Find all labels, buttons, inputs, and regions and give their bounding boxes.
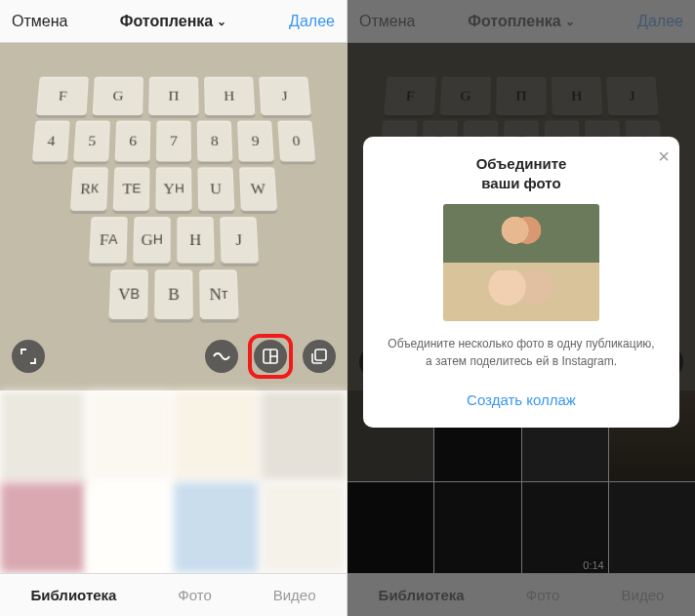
album-picker[interactable]: Фотопленка ⌄ — [120, 13, 227, 30]
thumb[interactable] — [0, 390, 86, 481]
tab-library[interactable]: Библиотека — [30, 587, 116, 603]
chevron-down-icon: ⌄ — [217, 15, 226, 28]
next-button[interactable]: Далее — [266, 13, 335, 30]
tab-photo[interactable]: Фото — [178, 587, 211, 603]
thumb[interactable] — [87, 390, 173, 481]
thumb[interactable] — [261, 482, 347, 573]
thumb[interactable] — [0, 482, 86, 573]
layout-button-highlight — [248, 334, 293, 379]
tab-video[interactable]: Видео — [273, 587, 316, 603]
dialog-illustration — [443, 204, 599, 321]
cancel-button[interactable]: Отмена — [12, 13, 80, 30]
dialog-title-line2: ваши фото — [481, 175, 560, 191]
gallery-grid[interactable] — [0, 390, 347, 573]
preview-controls — [12, 334, 336, 379]
thumb[interactable] — [87, 482, 173, 573]
thumb[interactable] — [174, 482, 260, 573]
create-collage-button[interactable]: Создать коллаж — [381, 386, 662, 414]
album-title: Фотопленка — [120, 13, 214, 30]
topbar: Отмена Фотопленка ⌄ Далее — [0, 0, 347, 43]
expand-icon[interactable] — [12, 340, 45, 373]
multi-select-icon[interactable] — [303, 340, 336, 373]
dialog-title-line1: Объедините — [476, 155, 567, 172]
dialog-description: Объедините несколько фото в одну публика… — [381, 335, 662, 370]
bottombar: Библиотека Фото Видео — [0, 573, 347, 616]
dialog-title: Объедините ваши фото — [381, 154, 662, 192]
layout-intro-dialog: × Объедините ваши фото Объедините нескол… — [363, 137, 679, 428]
close-icon[interactable]: × — [658, 146, 670, 166]
photo-preview[interactable]: FGПHJ 4567890 RКTЕYНUW FАGНHJ VВBNт — [0, 43, 348, 390]
boomerang-icon[interactable] — [205, 340, 238, 373]
svg-rect-3 — [315, 349, 326, 360]
phone-right: Отмена Фотопленка ⌄ Далее FGПHJ 4567890 … — [348, 0, 695, 616]
thumb[interactable] — [174, 390, 260, 481]
phone-left: Отмена Фотопленка ⌄ Далее FGПHJ 4567890 … — [0, 0, 348, 616]
thumb[interactable] — [261, 390, 347, 481]
layout-icon[interactable] — [254, 340, 287, 373]
